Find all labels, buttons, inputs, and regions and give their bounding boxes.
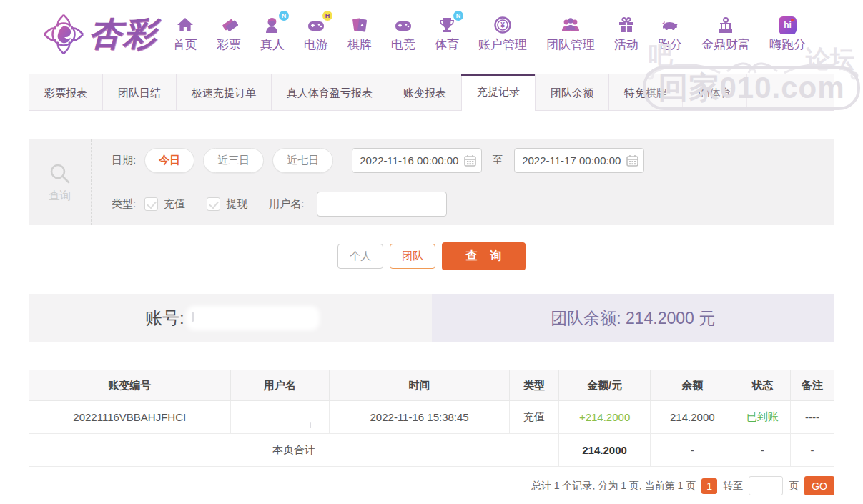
- tab-account-changes[interactable]: 账变报表: [388, 74, 462, 110]
- lotus-flower-icon: [41, 12, 86, 56]
- nav-item-jinding-wealth[interactable]: 金鼎财富: [701, 15, 750, 53]
- gift-icon: [616, 15, 636, 35]
- cell-username-redacted: [230, 401, 329, 434]
- tab-temian-games[interactable]: 特免棋牌: [608, 74, 683, 110]
- page-unit-label: 页: [789, 480, 799, 493]
- date-to-wrap: [514, 148, 644, 173]
- tab-lottery-report[interactable]: 彩票报表: [29, 74, 103, 110]
- nav-item-slots[interactable]: H 电游: [304, 15, 328, 53]
- nav-item-promotions[interactable]: 活动: [614, 15, 638, 53]
- users-icon: [561, 15, 581, 35]
- home-icon: [175, 15, 195, 35]
- badge-n: N: [279, 11, 289, 21]
- tab-live-sports-pnl[interactable]: 真人体育盈亏报表: [271, 74, 388, 110]
- pagination: 总计 1 个记录, 分为 1 页, 当前第 1 页 1 转至 页 GO: [29, 476, 834, 495]
- nav-item-sports[interactable]: N 体育: [435, 15, 459, 53]
- ticket-icon: [219, 15, 239, 35]
- date-from-wrap: [352, 148, 482, 173]
- goto-page-input[interactable]: [749, 476, 783, 495]
- team-balance-value: 214.2000 元: [626, 309, 715, 327]
- cell-time: 2022-11-16 15:38:45: [330, 401, 510, 434]
- tab-deposit-withdraw-records[interactable]: 充提记录: [461, 74, 536, 111]
- date-from-input[interactable]: [352, 148, 482, 173]
- nav-item-board-games[interactable]: 棋牌: [347, 15, 372, 53]
- cell-balance: 214.2000: [651, 401, 734, 434]
- team-button[interactable]: 团队: [390, 244, 435, 269]
- col-change-no: 账变编号: [29, 370, 231, 401]
- date-to-input[interactable]: [514, 148, 644, 173]
- tabbar-filler: [746, 74, 834, 110]
- table-row: 20221116VBBAHJFHCI 2022-11-16 15:38:45 充…: [29, 401, 834, 434]
- team-balance-label: 团队余额:: [551, 309, 621, 327]
- deposit-checkbox[interactable]: [144, 197, 158, 211]
- coin-icon: ¥: [493, 15, 513, 35]
- records-table: 账变编号 用户名 时间 类型 金额/元 余额 状态 备注 20221116VBB…: [29, 370, 834, 467]
- report-tabs-wrap: 彩票报表 团队日结 极速充提订单 真人体育盈亏报表 账变报表 充提记录 团队余额…: [0, 74, 863, 111]
- summary-remark: -: [791, 434, 834, 467]
- account-section: 账号:: [29, 294, 432, 342]
- summary-label: 本页合计: [29, 434, 559, 467]
- badge-n: N: [453, 11, 463, 21]
- nav-item-paofen[interactable]: 跑分: [658, 15, 682, 53]
- cell-status: 已到账: [734, 401, 791, 434]
- query-button[interactable]: 查 询: [442, 242, 525, 270]
- account-name-redacted: [190, 309, 315, 327]
- main-menu: 首页 彩票 N 真人 H 电游 棋牌 电竞: [173, 15, 806, 53]
- cell-type: 充值: [510, 401, 559, 434]
- col-type: 类型: [510, 370, 559, 401]
- tab-team-daily[interactable]: 团队日结: [102, 74, 177, 110]
- username-label: 用户名:: [269, 197, 304, 211]
- account-label: 账号:: [145, 307, 184, 330]
- brand-name: 杏彩: [89, 12, 157, 56]
- tab-im-sports[interactable]: IM体育: [682, 74, 747, 110]
- cell-amount: +214.2000: [558, 401, 650, 434]
- hi-red-dot: [791, 19, 794, 21]
- summary-status: -: [734, 434, 791, 467]
- col-amount: 金额/元: [558, 370, 650, 401]
- page-1-button[interactable]: 1: [701, 478, 717, 494]
- col-balance: 余额: [651, 370, 734, 401]
- nav-item-live[interactable]: N 真人: [260, 15, 285, 53]
- go-button[interactable]: GO: [804, 476, 834, 495]
- range-7days-button[interactable]: 近七日: [272, 148, 333, 173]
- svg-text:¥: ¥: [500, 21, 505, 29]
- range-3days-button[interactable]: 近三日: [203, 148, 264, 173]
- summary-amount: 214.2000: [558, 434, 650, 467]
- type-label: 类型:: [112, 197, 136, 211]
- badge-h: H: [322, 11, 332, 21]
- hi-app-icon: hi: [778, 15, 798, 35]
- col-status: 状态: [734, 370, 791, 401]
- personal-button[interactable]: 个人: [337, 244, 383, 269]
- person-icon: N: [262, 15, 282, 35]
- nav-item-home[interactable]: 首页: [173, 15, 197, 53]
- search-panel-fields: 日期: 今日 近三日 近七日 至: [92, 139, 834, 225]
- table-summary-row: 本页合计 214.2000 - - -: [29, 434, 834, 467]
- table-header-row: 账变编号 用户名 时间 类型 金额/元 余额 状态 备注: [29, 370, 834, 401]
- tab-express-orders[interactable]: 极速充提订单: [176, 74, 272, 110]
- rhino-icon: [660, 15, 680, 35]
- col-remark: 备注: [791, 370, 834, 401]
- date-to-label: 至: [492, 154, 503, 167]
- range-today-button[interactable]: 今日: [144, 148, 194, 173]
- withdraw-checkbox[interactable]: [207, 197, 220, 211]
- nav-item-team-mgmt[interactable]: 团队管理: [546, 15, 595, 53]
- date-label: 日期:: [112, 154, 136, 167]
- nav-item-account-mgmt[interactable]: ¥ 账户管理: [478, 15, 527, 53]
- col-time: 时间: [330, 370, 510, 401]
- trophy-icon: N: [437, 15, 457, 35]
- username-input[interactable]: [317, 192, 447, 217]
- brand-logo[interactable]: 杏彩: [41, 12, 157, 56]
- deposit-checkbox-item: 充值: [144, 197, 185, 211]
- search-panel-label: 查询: [49, 189, 71, 204]
- nav-item-hi-paofen[interactable]: hi 嗨跑分: [769, 15, 806, 53]
- tab-team-balance[interactable]: 团队余额: [535, 74, 609, 110]
- type-filter-row: 类型: 充值 提现 用户名:: [92, 182, 834, 225]
- report-tabs: 彩票报表 团队日结 极速充提订单 真人体育盈亏报表 账变报表 充提记录 团队余额…: [29, 74, 834, 111]
- calendar-icon[interactable]: [626, 154, 638, 167]
- nav-item-esports[interactable]: 电竞: [391, 15, 415, 53]
- calendar-icon[interactable]: [464, 154, 476, 167]
- pagination-summary: 总计 1 个记录, 分为 1 页, 当前第 1 页: [531, 480, 696, 493]
- summary-balance: -: [651, 434, 734, 467]
- action-buttons: 个人 团队 查 询: [0, 239, 863, 272]
- nav-item-lottery[interactable]: 彩票: [217, 15, 241, 53]
